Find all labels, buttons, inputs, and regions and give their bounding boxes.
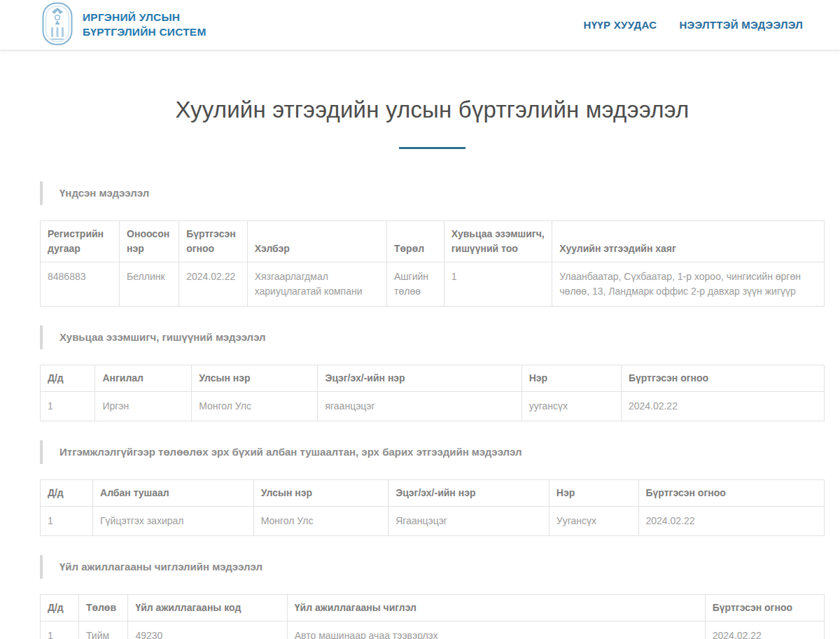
column-header: Д/д <box>41 595 79 622</box>
column-header: Д/д <box>41 480 93 507</box>
column-header: Үйл ажиллагааны чиглэл <box>287 595 705 622</box>
table-cell: 1 <box>41 392 95 421</box>
logo-line2: БҮРТГЭЛИЙН СИСТЕМ <box>83 26 206 38</box>
table-cell: 1 <box>444 262 552 307</box>
column-header: Бүртгэсэн огноо <box>179 221 247 262</box>
data-table: Д/дТөлөвҮйл ажиллагааны кодҮйл ажиллагаа… <box>40 594 825 639</box>
column-header: Бүртгэсэн огноо <box>621 365 824 392</box>
data-table: Регистрийн дугаарОноосон нэрБүртгэсэн ог… <box>40 220 825 307</box>
table-cell: Тийм <box>78 622 128 639</box>
table-row: 8486883Беллинк2024.02.22Хязгаарлагдмал х… <box>41 262 825 307</box>
table-cell: Уугансүх <box>549 507 638 536</box>
column-header: Ангилал <box>95 365 192 392</box>
nav-open-data-link[interactable]: НЭЭЛТТЭЙ МЭДЭЭЛЭЛ <box>679 19 803 31</box>
section-title: Хувьцаа эзэмшигч, гишүүний мэдээлэл <box>40 325 825 349</box>
table-cell: Иргэн <box>95 392 192 421</box>
table-cell: Ягаанцэцэг <box>388 507 550 536</box>
main-nav: НҮҮР ХУУДАС НЭЭЛТТЭЙ МЭДЭЭЛЭЛ <box>584 19 803 31</box>
table-header-row: Д/дТөлөвҮйл ажиллагааны кодҮйл ажиллагаа… <box>41 595 825 622</box>
section-title: Үйл ажиллагааны чиглэлийн мэдээлэл <box>40 555 825 579</box>
column-header: Хувьцаа эзэмшигч, гишүүний тоо <box>444 221 552 262</box>
column-header: Албан тушаал <box>93 480 254 507</box>
title-divider <box>399 147 465 149</box>
table-cell: Беллинк <box>120 262 179 307</box>
table-cell: 2024.02.22 <box>638 507 824 536</box>
table-header-row: Д/дАлбан тушаалУлсын нэрЭцэг/эх/-ийн нэр… <box>41 480 825 507</box>
table-cell: 2024.02.22 <box>621 392 824 421</box>
table-cell: Гүйцэтгэх захирал <box>93 507 254 536</box>
table-header-row: Регистрийн дугаарОноосон нэрБүртгэсэн ог… <box>41 221 825 262</box>
column-header: Бүртгэсэн огноо <box>705 595 824 622</box>
table-cell: 2024.02.22 <box>705 622 824 639</box>
table-row: 1ИргэнМонгол Улсягаанцэцэгуугансүх2024.0… <box>41 392 825 421</box>
column-header: Нэр <box>549 480 638 507</box>
section-title: Итгэмжлэлгүйгээр төлөөлөх эрх бүхий алба… <box>40 440 825 464</box>
column-header: Эцэг/эх/-ийн нэр <box>388 480 550 507</box>
table-cell: уугансүх <box>522 392 621 421</box>
logo-line1: ИРГЭНИЙ УЛСЫН <box>83 11 180 23</box>
table-cell: Ашгийн төлөө <box>387 262 444 307</box>
column-header: Хэлбэр <box>247 221 386 262</box>
top-header: ИРГЭНИЙ УЛСЫН БҮРТГЭЛИЙН СИСТЕМ НҮҮР ХУУ… <box>0 0 840 50</box>
mongolian-seal-logo-icon <box>42 2 73 48</box>
table-cell: Улаанбаатар, Сүхбаатар, 1-р хороо, чинги… <box>552 262 825 307</box>
table-row: 1Тийм49230Авто машинаар ачаа тээвэрлэх20… <box>41 622 825 639</box>
column-header: Бүртгэсэн огноо <box>638 480 824 507</box>
column-header: Д/д <box>41 365 95 392</box>
logo[interactable]: ИРГЭНИЙ УЛСЫН БҮРТГЭЛИЙН СИСТЕМ <box>42 2 206 48</box>
table-header-row: Д/дАнгилалУлсын нэрЭцэг/эх/-ийн нэрНэрБү… <box>41 365 825 392</box>
nav-home-link[interactable]: НҮҮР ХУУДАС <box>584 19 657 31</box>
column-header: Улсын нэр <box>192 365 318 392</box>
table-cell: Монгол Улс <box>192 392 318 421</box>
column-header: Улсын нэр <box>253 480 388 507</box>
section-title: Үндсэн мэдээлэл <box>40 181 825 205</box>
column-header: Үйл ажиллагааны код <box>128 595 287 622</box>
data-table: Д/дАнгилалУлсын нэрЭцэг/эх/-ийн нэрНэрБү… <box>40 365 825 421</box>
sections-container: Үндсэн мэдээлэлРегистрийн дугаарОноосон … <box>40 181 825 639</box>
page-content: Хуулийн этгээдийн улсын бүртгэлийн мэдээ… <box>40 97 825 639</box>
column-header: Оноосон нэр <box>120 221 179 262</box>
table-cell: ягаанцэцэг <box>318 392 522 421</box>
data-table: Д/дАлбан тушаалУлсын нэрЭцэг/эх/-ийн нэр… <box>40 479 825 536</box>
column-header: Регистрийн дугаар <box>41 221 120 262</box>
column-header: Хуулийн этгээдийн хаяг <box>552 221 825 262</box>
column-header: Эцэг/эх/-ийн нэр <box>318 365 522 392</box>
page-title: Хуулийн этгээдийн улсын бүртгэлийн мэдээ… <box>40 97 825 123</box>
table-cell: 1 <box>41 622 79 639</box>
column-header: Төрөл <box>387 221 444 262</box>
table-cell: Хязгаарлагдмал хариуцлагатай компани <box>247 262 386 307</box>
logo-text: ИРГЭНИЙ УЛСЫН БҮРТГЭЛИЙН СИСТЕМ <box>83 10 206 40</box>
table-cell: Монгол Улс <box>253 507 388 536</box>
table-cell: 1 <box>41 507 93 536</box>
column-header: Нэр <box>522 365 621 392</box>
table-cell: 8486883 <box>41 262 120 307</box>
table-cell: 2024.02.22 <box>179 262 247 307</box>
column-header: Төлөв <box>78 595 128 622</box>
table-cell: Авто машинаар ачаа тээвэрлэх <box>287 622 705 639</box>
table-cell: 49230 <box>128 622 287 639</box>
table-row: 1Гүйцэтгэх захиралМонгол УлсЯгаанцэцэгУу… <box>41 507 825 536</box>
